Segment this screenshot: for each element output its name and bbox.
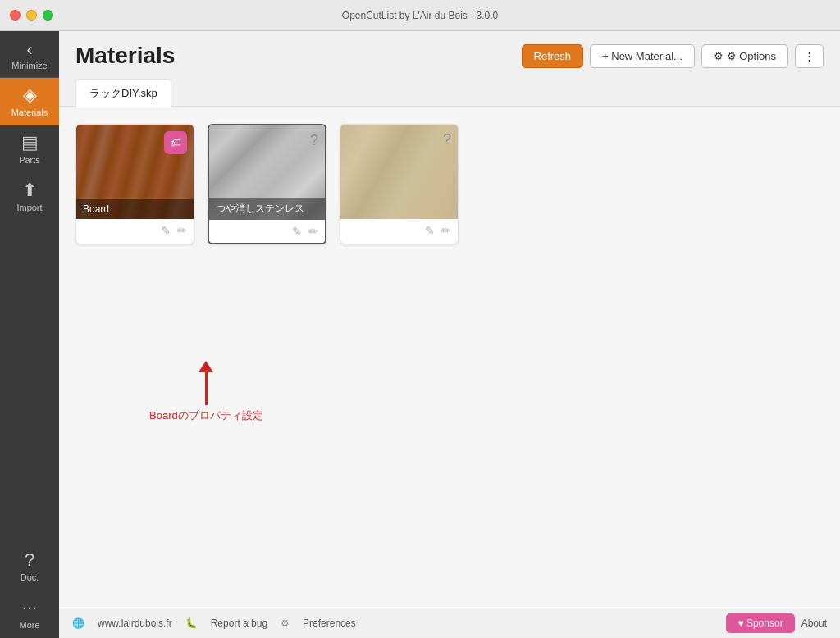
parts-icon: ▤ [21,134,39,152]
sidebar-item-materials[interactable]: ◈ Materials [0,78,59,125]
minimize-button[interactable] [26,10,37,21]
arrow-head-icon [199,361,213,372]
website-link[interactable]: www.lairdubois.fr [98,617,172,629]
preferences-link[interactable]: Preferences [303,617,356,629]
about-link[interactable]: About [801,617,827,629]
material-badge-board: 🏷 [164,131,187,154]
sponsor-button[interactable]: ♥ Sponsor [726,613,794,633]
sidebar: ‹ Minimize ◈ Materials ▤ Parts ⬆ Import … [0,31,59,638]
material-card-stainless[interactable]: ? つや消しステンレス ✎ ✏ [208,124,326,244]
title-bar: OpenCutList by L'Air du Bois - 3.0.0 [0,0,840,31]
material-card-formica[interactable]: ? ✎ ✏ [340,124,459,244]
edit-icon-stainless[interactable]: ✏ [308,225,318,238]
question-icon-stainless: ? [310,132,318,149]
doc-icon: ? [25,551,34,569]
annotation-text: Boardのプロパティ設定 [149,408,263,423]
edit-icon-board[interactable]: ✏ [177,224,187,237]
sidebar-item-parts[interactable]: ▤ Parts [0,125,59,173]
material-card-board[interactable]: 🏷 Board ✎ ✏ [75,124,194,244]
maximize-button[interactable] [43,10,53,21]
card-image-formica: ? [340,125,458,219]
refresh-button[interactable]: Refresh [522,44,584,68]
main-content: 🏷 Board ✎ ✏ ? [59,107,840,608]
card-image-board: 🏷 Board [76,125,194,219]
tab-bar: ラックDIY.skp [59,77,840,107]
texture-beige [340,125,458,219]
more-button[interactable]: ⋮ [795,44,824,68]
sidebar-item-minimize[interactable]: ‹ Minimize [0,31,59,78]
new-material-button[interactable]: + New Material... [590,44,695,68]
report-bug-link[interactable]: Report a bug [211,617,267,629]
footer: 🌐 www.lairdubois.fr 🐛 Report a bug ⚙ Pre… [59,608,840,638]
import-icon: ⬆ [22,181,37,199]
chevron-left-icon: ‹ [26,41,32,59]
content-area: Materials Refresh + New Material... ⚙ ⚙ … [59,31,840,638]
options-button[interactable]: ⚙ ⚙ Options [701,44,788,68]
edit-properties-icon-board[interactable]: ✎ [161,224,171,237]
edit-properties-icon-stainless[interactable]: ✎ [292,225,302,238]
content-header: Materials Refresh + New Material... ⚙ ⚙ … [59,31,840,77]
page-title: Materials [75,43,175,69]
window-title: OpenCutList by L'Air du Bois - 3.0.0 [342,10,498,21]
edit-icon-formica[interactable]: ✏ [441,224,451,237]
arrow-line [205,372,208,405]
sidebar-item-doc[interactable]: ? Doc. [0,543,59,590]
header-actions: Refresh + New Material... ⚙ ⚙ Options ⋮ [522,44,824,68]
sidebar-item-import[interactable]: ⬆ Import [0,173,59,221]
bug-icon: 🐛 [185,617,198,629]
card-actions-stainless: ✎ ✏ [209,220,325,243]
question-icon-formica: ? [443,131,451,148]
sidebar-item-more[interactable]: ··· More [0,590,59,638]
edit-properties-icon-formica[interactable]: ✎ [425,224,435,237]
close-button[interactable] [10,10,21,21]
card-name-stainless: つや消しステンレス [209,198,325,220]
card-name-board: Board [76,199,194,219]
card-actions-formica: ✎ ✏ [340,219,458,242]
footer-left: 🌐 www.lairdubois.fr 🐛 Report a bug ⚙ Pre… [72,617,356,629]
materials-grid: 🏷 Board ✎ ✏ ? [75,124,824,244]
gear-icon: ⚙ [281,617,290,629]
annotation-arrow [149,362,263,405]
window-controls[interactable] [10,10,53,21]
tag-icon: 🏷 [170,136,181,149]
app-body: ‹ Minimize ◈ Materials ▤ Parts ⬆ Import … [0,31,840,638]
card-image-stainless: ? つや消しステンレス [209,125,325,220]
more-icon: ··· [22,599,37,617]
footer-right: ♥ Sponsor About [726,613,827,633]
globe-icon: 🌐 [72,617,84,629]
card-actions-board: ✎ ✏ [76,219,194,242]
materials-icon: ◈ [23,86,37,104]
tab-rack[interactable]: ラックDIY.skp [75,79,171,107]
annotation: Boardのプロパティ設定 [149,362,263,423]
